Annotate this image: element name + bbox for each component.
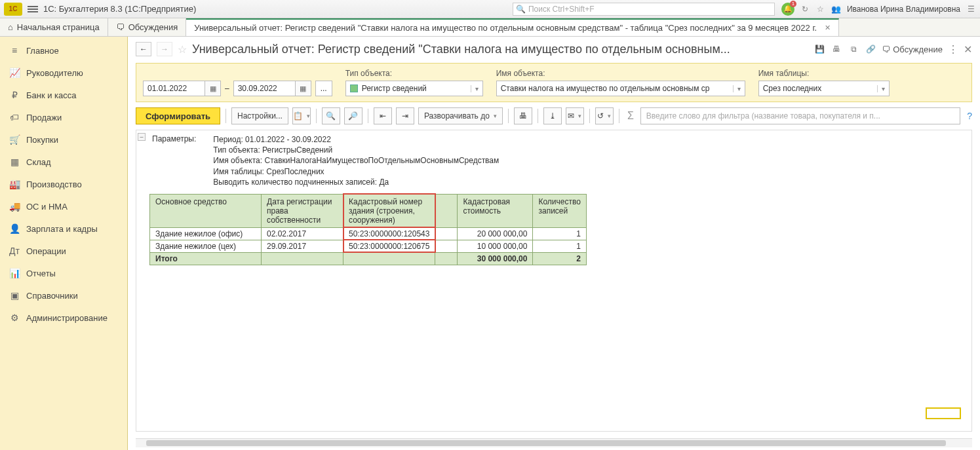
settings-icon[interactable]: ☰ [966, 4, 976, 14]
current-user[interactable]: Иванова Ирина Владимировна [847, 5, 960, 14]
link-icon[interactable]: 🔗 [865, 43, 876, 55]
sidebar-item-manager[interactable]: 📈Руководителю [0, 62, 127, 84]
sidebar-item-purchases[interactable]: 🛒Покупки [0, 128, 127, 151]
calendar-to-icon[interactable]: ▦ [296, 81, 311, 96]
table-row[interactable]: Здание нежилое (офис) 02.02.2017 50:23:0… [150, 227, 587, 240]
date-dash: – [225, 84, 229, 93]
search-icon: 🔍 [516, 5, 526, 14]
collapse-handle[interactable]: – [138, 133, 146, 141]
object-type-select[interactable]: Регистр сведений ▾ [345, 81, 483, 96]
notification-bell-icon[interactable]: 🔔 [781, 3, 794, 16]
sidebar-item-bank[interactable]: ₽Банк и касса [0, 84, 127, 106]
cell [435, 240, 458, 252]
cell: 50:23:0000000:120543 [343, 227, 435, 240]
table-row[interactable]: Здание нежилое (цех) 29.09.2017 50:23:00… [150, 240, 587, 252]
sidebar-item-sales[interactable]: 🏷Продажи [0, 106, 127, 128]
settings-button[interactable]: Настройки... [231, 107, 288, 124]
date-from-input[interactable]: 01.01.2022 [143, 81, 205, 96]
nav-forward-button[interactable]: → [157, 42, 172, 56]
table-name-select[interactable]: Срез последних ▾ [758, 81, 890, 96]
factory-icon: 🏭 [9, 179, 20, 189]
sidebar-item-warehouse[interactable]: ▦Склад [0, 151, 127, 173]
sidebar-item-catalogs[interactable]: ▣Справочники [0, 284, 127, 307]
expand-to-button[interactable]: Разворачивать до▾ [418, 107, 503, 124]
calendar-from-icon[interactable]: ▦ [205, 81, 221, 96]
find-button[interactable]: 🔍 [322, 107, 340, 124]
object-name-select[interactable]: Ставки налога на имущество по отдельным … [496, 81, 745, 96]
save-button[interactable]: ⤓ [543, 107, 562, 124]
object-type-value: Регистр сведений [362, 84, 427, 93]
global-search-input[interactable]: 🔍 Поиск Ctrl+Shift+F [513, 3, 775, 16]
sidebar-item-salary[interactable]: 👤Зарплата и кадры [0, 217, 127, 240]
type-label: Тип объекта: [345, 69, 483, 78]
folder-icon: ▣ [9, 290, 20, 301]
tab-report[interactable]: Универсальный отчет: Регистр сведений "С… [186, 18, 839, 36]
sidebar-item-operations[interactable]: ДтОперации [0, 240, 127, 262]
col-count: Количество записей [533, 194, 586, 227]
param-line: Тип объекта: РегистрыСведений [213, 145, 499, 155]
print-button[interactable]: 🖶 [514, 107, 532, 124]
page-title: Универсальный отчет: Регистр сведений "С… [192, 43, 808, 56]
chevron-down-icon: ▾ [471, 85, 479, 92]
collapse-groups-button[interactable]: ⇤ [374, 107, 392, 124]
cell: 20 000 000,00 [458, 227, 533, 240]
boxes-icon: ▦ [9, 157, 20, 167]
col-empty [435, 194, 458, 227]
expand-groups-button[interactable]: ⇥ [396, 107, 414, 124]
sidebar-label: Отчеты [26, 269, 56, 278]
navigation-sidebar: ≡Главное 📈Руководителю ₽Банк и касса 🏷Пр… [0, 37, 128, 450]
name-label: Имя объекта: [496, 69, 745, 78]
sidebar-label: Склад [26, 157, 51, 167]
date-to-input[interactable]: 30.09.2022 [233, 81, 296, 96]
sidebar-item-main[interactable]: ≡Главное [0, 39, 127, 62]
sidebar-item-assets[interactable]: 🚚ОС и НМА [0, 195, 127, 217]
hamburger-icon[interactable] [28, 5, 38, 14]
help-icon[interactable]: ? [967, 111, 972, 121]
object-name-value: Ставки налога на имущество по отдельным … [501, 84, 710, 93]
speech-icon: 🗨 [882, 45, 890, 54]
history-icon[interactable]: ↻ [800, 4, 810, 14]
settings-label: Настройки... [237, 111, 283, 121]
print-icon[interactable]: 🖶 [831, 43, 842, 55]
email-button[interactable]: ✉▾ [566, 107, 584, 124]
tab-home[interactable]: ⌂ Начальная страница [0, 18, 108, 36]
users-icon[interactable]: 👥 [831, 4, 842, 14]
total-label: Итого [150, 252, 262, 265]
parameters-panel: 01.01.2022 ▦ – 30.09.2022 ▦ ... Тип объе… [136, 63, 972, 102]
more-menu-icon[interactable]: ⋮ [948, 43, 958, 56]
period-more-button[interactable]: ... [315, 81, 332, 96]
filter-input[interactable]: Введите слово для фильтра (название това… [640, 107, 960, 124]
list-icon: ≡ [9, 45, 20, 56]
col-regdate: Дата регистрации права собственности [262, 194, 343, 227]
register-icon [350, 84, 358, 92]
copy-icon[interactable]: ⧉ [848, 43, 859, 55]
tab-home-label: Начальная страница [17, 22, 100, 32]
find-next-button[interactable]: 🔎 [344, 107, 363, 124]
favorite-star-icon[interactable]: ☆ [178, 43, 187, 56]
col-cadastral: Кадастровый номер здания (строения, соор… [343, 194, 435, 227]
cell: Здание нежилое (цех) [150, 240, 262, 252]
discuss-button[interactable]: 🗨Обсуждение [882, 45, 943, 54]
zoom-indicator[interactable] [926, 407, 961, 419]
sidebar-item-production[interactable]: 🏭Производство [0, 173, 127, 195]
close-button[interactable]: ✕ [964, 43, 972, 56]
cell: 29.09.2017 [262, 240, 343, 252]
variants-button[interactable]: 📋▾ [292, 107, 311, 124]
refresh-button[interactable]: ↺▾ [595, 107, 614, 124]
star-icon[interactable]: ☆ [815, 4, 826, 14]
param-line: Имя объекта: СтавкиНалогаНаИмуществоПоОт… [213, 155, 499, 166]
close-tab-icon[interactable]: ✕ [825, 24, 831, 32]
sidebar-item-reports[interactable]: 📊Отчеты [0, 262, 127, 284]
generate-button[interactable]: Сформировать [136, 107, 220, 124]
expand-label: Разворачивать до [424, 111, 490, 121]
save-icon[interactable]: 💾 [813, 43, 825, 55]
nav-back-button[interactable]: ← [136, 42, 151, 56]
truck-icon: 🚚 [9, 201, 20, 212]
cell: 10 000 000,00 [458, 240, 533, 252]
tab-discuss[interactable]: 🗨 Обсуждения [108, 18, 187, 36]
cell: 50:23:0000000:120675 [343, 240, 435, 252]
col-cost: Кадастровая стоимость [458, 194, 533, 227]
sidebar-item-admin[interactable]: ⚙Администрирование [0, 307, 127, 329]
app-title: 1С: Бухгалтерия 8.3 (1С:Предприятие) [43, 4, 196, 14]
horizontal-scrollbar[interactable] [136, 438, 972, 447]
